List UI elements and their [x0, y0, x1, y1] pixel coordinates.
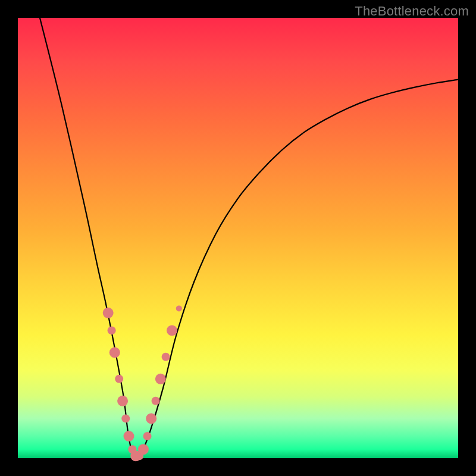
data-marker [138, 444, 149, 455]
bottleneck-plot [18, 18, 458, 458]
chart-area [18, 18, 458, 458]
data-marker [117, 396, 128, 406]
data-marker [152, 397, 160, 405]
data-marker [109, 347, 120, 358]
watermark-text: TheBottleneck.com [355, 4, 469, 19]
data-marker [146, 413, 156, 424]
data-marker [167, 325, 177, 336]
marker-layer [103, 305, 182, 461]
data-marker [176, 305, 182, 311]
data-marker [115, 375, 123, 383]
bottleneck-curve [40, 18, 458, 458]
data-marker [121, 414, 130, 422]
data-marker [103, 308, 114, 318]
data-marker [108, 326, 116, 334]
data-marker [162, 353, 170, 361]
data-marker [124, 431, 134, 441]
data-marker [143, 432, 152, 440]
data-marker [155, 374, 166, 384]
